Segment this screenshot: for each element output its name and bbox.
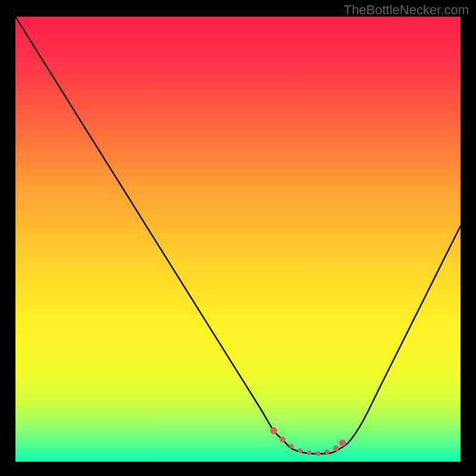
highlight-marker — [339, 440, 346, 447]
chart-markers — [15, 17, 461, 462]
highlight-marker — [333, 446, 339, 452]
highlight-marker — [316, 452, 321, 456]
highlight-marker — [298, 448, 303, 453]
highlight-marker — [270, 427, 277, 434]
highlight-marker — [325, 450, 330, 455]
highlight-marker — [307, 450, 312, 455]
chart-plot-area — [15, 17, 461, 462]
highlight-marker — [289, 444, 294, 449]
highlight-marker — [280, 437, 286, 443]
watermark-label: TheBottleNecker.com — [344, 2, 469, 18]
